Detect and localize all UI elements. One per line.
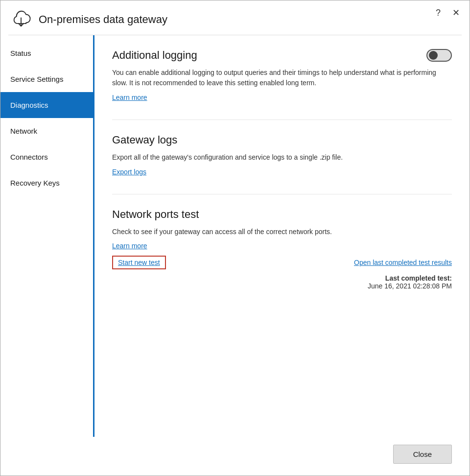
- network-ports-learn-more[interactable]: Learn more: [112, 242, 452, 250]
- open-last-results-link[interactable]: Open last completed test results: [354, 259, 452, 266]
- sidebar-item-status[interactable]: Status: [0, 40, 93, 66]
- window-close-button[interactable]: ✕: [450, 7, 462, 18]
- sidebar-item-connectors[interactable]: Connectors: [0, 144, 93, 170]
- last-completed-date: June 16, 2021 02:28:08 PM: [368, 282, 452, 290]
- sidebar: Status Service Settings Diagnostics Netw…: [0, 35, 94, 437]
- divider-2: [112, 194, 452, 194]
- network-ports-test-title: Network ports test: [112, 208, 452, 221]
- footer: Close: [0, 437, 470, 476]
- app-icon: [10, 9, 32, 30]
- help-button[interactable]: ?: [434, 7, 443, 18]
- sidebar-item-network[interactable]: Network: [0, 118, 93, 144]
- test-actions-row: Start new test Open last completed test …: [112, 256, 452, 269]
- gateway-logs-section: Gateway logs Export all of the gateway's…: [112, 134, 452, 176]
- additional-logging-title: Additional logging: [112, 49, 452, 62]
- additional-logging-toggle[interactable]: [426, 49, 452, 62]
- title-bar: On-premises data gateway ? ✕: [0, 0, 470, 35]
- divider-1: [112, 119, 452, 120]
- start-new-test-link[interactable]: Start new test: [112, 256, 166, 269]
- main-window: On-premises data gateway ? ✕ Status Serv…: [0, 0, 470, 476]
- network-ports-test-description: Check to see if your gateway can access …: [112, 227, 452, 237]
- additional-logging-learn-more[interactable]: Learn more: [112, 94, 147, 101]
- gateway-logs-title: Gateway logs: [112, 134, 452, 146]
- close-button[interactable]: Close: [393, 445, 452, 464]
- window-title: On-premises data gateway: [39, 13, 167, 26]
- toggle-knob: [429, 51, 438, 60]
- sidebar-item-recovery-keys[interactable]: Recovery Keys: [0, 170, 93, 196]
- sidebar-item-service-settings[interactable]: Service Settings: [0, 66, 93, 92]
- title-bar-controls: ? ✕: [434, 7, 462, 18]
- last-completed-label: Last completed test:: [385, 274, 452, 282]
- additional-logging-description: You can enable additional logging to out…: [112, 68, 452, 88]
- network-ports-test-section: Network ports test Check to see if your …: [112, 208, 452, 290]
- gateway-logs-description: Export all of the gateway's configuratio…: [112, 152, 452, 163]
- main-content: Additional logging You can enable additi…: [94, 35, 470, 437]
- content-area: Status Service Settings Diagnostics Netw…: [0, 35, 470, 437]
- sidebar-item-diagnostics[interactable]: Diagnostics: [0, 92, 93, 118]
- additional-logging-section: Additional logging You can enable additi…: [112, 49, 452, 102]
- last-test-info: Last completed test: June 16, 2021 02:28…: [112, 274, 452, 290]
- export-logs-link[interactable]: Export logs: [112, 168, 146, 176]
